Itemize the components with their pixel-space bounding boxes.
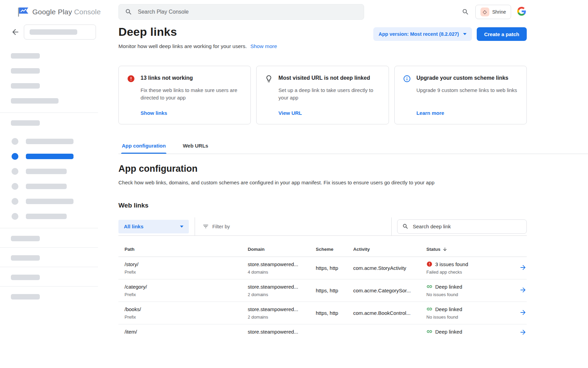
insight-cards: 13 links not working Fix these web links… [118,66,527,124]
sidebar-nav-item[interactable] [0,194,98,209]
path-cell: /story/ Prefix [118,257,248,279]
skeleton-bar [26,214,67,219]
learn-more-link[interactable]: Learn more [416,105,518,116]
card-body: Upgrade 9 custom scheme links to web lin… [416,87,518,94]
status-cell: Deep linked No issues found [426,302,508,324]
logo-google-play: Google Play [32,8,72,16]
global-search[interactable] [118,4,364,20]
skeleton-bar [11,68,40,74]
domain-cell: store.steampowered... 2 domains [248,279,316,302]
topbar: ◇ Shrine [98,0,588,24]
row-forward-arrow-icon[interactable] [519,286,527,294]
filter-icon [202,223,209,230]
activity-cell: com.acme.StoryActivity [353,257,426,279]
nav-bullet-icon [12,198,18,205]
filter-by-button[interactable]: Filter by [202,223,230,230]
show-more-link[interactable]: Show more [250,43,277,49]
tab-app-configuration[interactable]: App configuration [121,139,166,154]
column-header-domain: Domain [248,245,316,257]
sidebar-nav-item-selected[interactable] [0,149,98,164]
app-chip-label: Shrine [492,9,506,15]
skeleton-bar [11,53,40,59]
sidebar-nav-item[interactable] [0,179,98,194]
row-forward-arrow-icon[interactable] [519,264,527,271]
tab-bar: App configuration Web URLs [118,139,588,154]
card-title: Most visited URL is not deep linked [278,74,380,81]
row-forward-arrow-icon[interactable] [519,328,527,336]
page-subtitle: Monitor how well deep links are working … [118,43,247,49]
status-cell: 3 issues found Failed app checks [426,257,508,279]
tab-web-urls[interactable]: Web URLs [182,139,209,154]
table-row[interactable]: /category/ Prefix store.steampowered... … [118,279,527,302]
card-body: Fix these web links to make sure users a… [141,87,242,102]
global-search-input[interactable] [138,9,358,15]
logo-console: Console [74,8,101,16]
error-icon [127,74,135,116]
info-icon [403,74,411,116]
app-version-dropdown[interactable]: App version: Most recent (8.2.027) [373,27,472,41]
card-links-not-working: 13 links not working Fix these web links… [118,66,251,124]
skeleton-bar [11,120,40,126]
column-header-status[interactable]: Status [426,245,508,257]
shrine-app-icon: ◇ [480,7,489,16]
web-links-table: Path Domain Scheme Activity Status [118,245,527,341]
deep-link-search[interactable] [397,219,527,234]
play-console-app: Google Play Console [0,0,588,368]
scheme-cell: https, http [316,302,353,324]
table-toolbar: All links Filter by [118,217,527,236]
column-header-path: Path [118,245,248,257]
activity-cell: com.acme.CategorySor... [353,279,426,302]
search-icon[interactable] [462,8,469,16]
back-arrow-icon[interactable] [11,28,20,36]
status-cell: Deep linked [426,324,508,342]
filter-by-label: Filter by [212,224,230,229]
status-cell: Deep linked No issues found [426,279,508,302]
sidebar-nav-item[interactable] [0,134,98,149]
app-chip-shrine[interactable]: ◇ Shrine [475,5,511,19]
sort-descending-icon [442,247,447,252]
nav-bullet-icon [12,183,18,190]
scheme-cell: https, http [316,257,353,279]
app-selector[interactable] [24,25,96,40]
content: Deep links Monitor how well deep links a… [98,24,588,341]
main-area: ◇ Shrine Deep links M [98,0,588,368]
section-title: App configuration [118,164,527,174]
column-header-scheme: Scheme [316,245,353,257]
sidebar-section-label-skeleton [0,228,98,247]
domain-cell: store.steampowered... 2 domains [248,302,316,324]
sidebar-section-label-skeleton [0,113,98,132]
sidebar-nav-item[interactable] [0,209,98,224]
row-forward-arrow-icon[interactable] [519,309,527,316]
search-icon [125,8,132,16]
activity-cell: com.acme.BookControl... [353,302,426,324]
skeleton-bar [26,154,74,159]
link-icon [426,328,432,335]
domain-cell: store.steampowered... [248,324,316,342]
toolbar-divider [195,217,195,235]
skeleton-bar [11,83,40,89]
link-icon [426,306,432,312]
view-url-link[interactable]: View URL [278,105,380,116]
sidebar-nav-item[interactable] [0,164,98,179]
skeleton-bar [26,199,74,204]
google-play-console-logo: Google Play Console [17,6,101,17]
card-title: Upgrade your custom scheme links [416,74,518,81]
show-links-link[interactable]: Show links [141,105,242,116]
lightbulb-icon [265,74,273,116]
skeleton-bar [26,169,67,174]
logo-text: Google Play Console [32,8,101,16]
skeleton-bar [11,236,40,241]
table-row[interactable]: /story/ Prefix store.steampowered... 4 d… [118,257,527,279]
skeleton-bar [11,255,40,261]
scheme-cell: https, http [316,279,353,302]
search-icon [402,223,409,230]
table-row[interactable]: /item/ store.steampowered... [118,324,527,342]
table-row[interactable]: /books/ Prefix store.steampowered... 2 d… [118,302,527,324]
nav-bullet-icon [12,138,18,145]
links-filter-select[interactable]: All links [118,220,189,233]
create-patch-button[interactable]: Create a patch [477,27,527,41]
links-filter-value: All links [124,224,144,229]
deep-link-search-input[interactable] [413,224,522,229]
error-icon [426,261,432,267]
chevron-down-icon [463,33,467,35]
